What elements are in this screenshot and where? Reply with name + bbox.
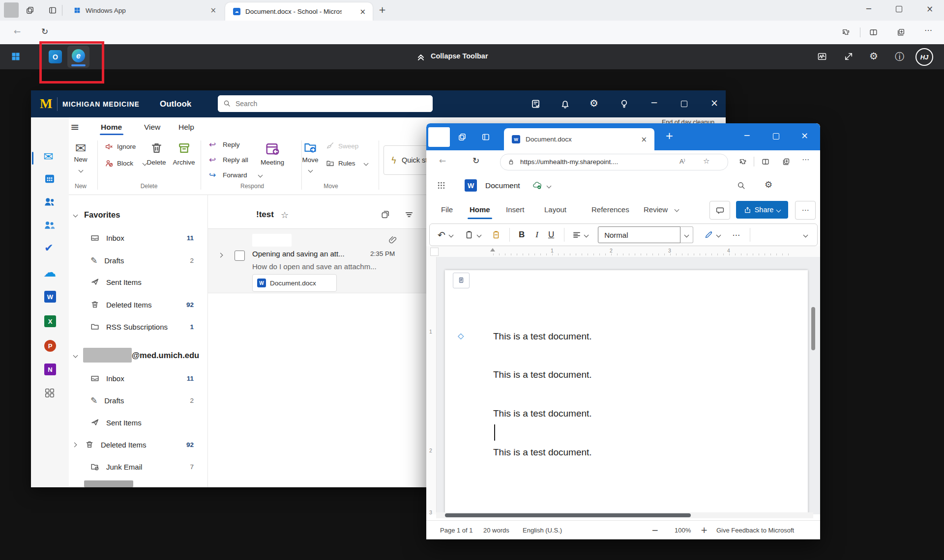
tab-home[interactable]: Home	[101, 123, 122, 132]
new-tab-icon[interactable]: +	[665, 130, 674, 141]
attachment-chip[interactable]: W Document.docx	[252, 274, 337, 292]
zoom-out-icon[interactable]: −	[651, 525, 658, 535]
browser-menu-icon[interactable]: ⋯	[924, 26, 932, 35]
document-page[interactable]: ◇ This is a test document. This is a tes…	[445, 270, 808, 516]
minimize-icon[interactable]: −	[865, 4, 872, 13]
split-screen-icon[interactable]	[869, 28, 878, 36]
folder-item-drafts[interactable]: ✎ Drafts 2	[69, 390, 207, 411]
calendar-app-icon[interactable]	[44, 173, 56, 185]
refresh-icon[interactable]: ↻	[41, 27, 48, 36]
share-button[interactable]: Share	[736, 201, 788, 219]
style-dropdown[interactable]: Normal	[598, 226, 680, 243]
horizontal-scrollbar-thumb[interactable]	[445, 513, 691, 517]
people-app-icon[interactable]	[44, 196, 56, 208]
maximize-icon[interactable]	[773, 133, 779, 140]
minimize-icon[interactable]: −	[743, 130, 750, 140]
new-mail-button[interactable]: ✉ New	[65, 140, 96, 174]
start-menu-icon[interactable]	[11, 52, 21, 61]
indent-marker[interactable]	[490, 248, 495, 252]
app-launcher-waffle-icon[interactable]	[437, 181, 445, 190]
collections-icon[interactable]	[897, 28, 905, 36]
new-tab-icon[interactable]: +	[379, 4, 386, 15]
more-apps-grid-icon[interactable]	[44, 388, 55, 398]
zoom-in-icon[interactable]: +	[701, 525, 708, 535]
folder-item-drafts[interactable]: ✎ Drafts 2	[69, 250, 207, 271]
block-button[interactable]: Block	[117, 160, 133, 167]
editing-pen-icon[interactable]	[704, 230, 713, 239]
folder-item-sent[interactable]: Sent Items	[69, 271, 207, 293]
outlook-search-box[interactable]	[218, 95, 433, 112]
powerpoint-app-icon[interactable]: P	[44, 340, 56, 352]
avatar[interactable]: HJ	[915, 48, 933, 66]
notifications-bell-icon[interactable]	[560, 99, 570, 109]
minimize-icon[interactable]: −	[650, 97, 658, 108]
document-title[interactable]: Document	[485, 181, 520, 190]
excel-app-icon[interactable]: X	[44, 315, 56, 327]
maximize-icon[interactable]	[896, 6, 902, 12]
settings-gear-icon[interactable]: ⚙	[869, 50, 878, 62]
collections-icon[interactable]	[782, 158, 790, 166]
tab-selector[interactable]	[430, 248, 439, 256]
tab-actions-icon[interactable]	[481, 133, 490, 141]
expand-thread-icon[interactable]	[218, 253, 223, 258]
favorite-star-icon[interactable]: ☆	[281, 210, 289, 220]
read-aloud-icon[interactable]: A)	[679, 158, 685, 165]
screen-monitor-icon[interactable]	[817, 52, 827, 61]
maximize-icon[interactable]	[681, 101, 687, 107]
horizontal-scrollbar-track[interactable]	[436, 512, 813, 518]
tab-layout[interactable]: Layout	[544, 205, 566, 214]
todo-app-icon[interactable]: ✔	[44, 242, 53, 254]
page-count[interactable]: Page 1 of 1	[440, 527, 473, 534]
collapse-ribbon-chevron-icon[interactable]	[803, 232, 808, 237]
folder-item-deleted[interactable]: Deleted Items 92	[69, 294, 207, 315]
close-window-icon[interactable]: ×	[926, 4, 933, 14]
hamburger-icon[interactable]: ≡	[70, 121, 79, 133]
folder-item-deleted[interactable]: Deleted Items 92	[69, 434, 207, 455]
style-dropdown-chevron[interactable]	[680, 226, 693, 243]
tab-actions-icon[interactable]	[48, 6, 57, 15]
ribbon-overflow-icon[interactable]: ⋯	[795, 201, 816, 220]
italic-button[interactable]: I	[535, 230, 538, 240]
tab-windows-app[interactable]: Windows App ×	[65, 0, 223, 21]
page-header-icon[interactable]	[453, 273, 470, 288]
tab-insert[interactable]: Insert	[506, 205, 525, 214]
folder-item-inbox[interactable]: Inbox 11	[69, 367, 207, 389]
align-icon[interactable]	[572, 230, 581, 239]
underline-button[interactable]: U	[548, 230, 554, 240]
settings-gear-icon[interactable]: ⚙	[765, 179, 772, 190]
forward-button[interactable]: Forward	[223, 171, 247, 179]
multi-select-icon[interactable]	[381, 210, 390, 219]
ignore-button[interactable]: Ignore	[117, 143, 136, 150]
word-app-icon[interactable]: W	[44, 291, 56, 303]
delete-button[interactable]: Delete	[142, 141, 171, 166]
tab-help[interactable]: Help	[178, 123, 194, 132]
folder-item-sent[interactable]: Sent Items	[69, 412, 207, 433]
expand-chevron-icon[interactable]	[72, 442, 77, 447]
folder-item-junk[interactable]: Junk Email 7	[69, 456, 207, 477]
favorite-star-icon[interactable]: ☆	[703, 157, 709, 166]
account-header[interactable]: @med.umich.edu	[69, 344, 207, 366]
close-icon[interactable]: ×	[359, 7, 366, 16]
bold-button[interactable]: B	[519, 230, 525, 240]
tab-review[interactable]: Review	[644, 205, 668, 214]
tips-lightbulb-icon[interactable]	[619, 99, 629, 109]
close-icon[interactable]: ×	[210, 6, 216, 15]
comments-button[interactable]	[709, 201, 730, 220]
onenote-app-icon[interactable]: N	[44, 364, 56, 375]
folder-item-rss[interactable]: RSS Subscriptions 1	[69, 316, 207, 337]
outlook-search-input[interactable]	[218, 95, 433, 112]
format-painter-icon[interactable]	[492, 230, 501, 239]
workspaces-icon[interactable]	[26, 6, 34, 15]
tab-document-docx[interactable]: ☁ Document.docx - School - Micros ×	[225, 2, 373, 21]
meeting-button[interactable]: Meeting	[256, 141, 289, 166]
tab-file[interactable]: File	[441, 205, 453, 214]
browser-menu-icon[interactable]: ⋯	[802, 155, 809, 164]
saved-cloud-check-icon[interactable]	[532, 181, 542, 190]
collapse-toolbar-icon[interactable]	[416, 52, 426, 61]
zoom-level[interactable]: 100%	[675, 527, 691, 534]
tab-view[interactable]: View	[144, 123, 160, 132]
fullscreen-icon[interactable]	[844, 52, 854, 61]
more-tabs-chevron-icon[interactable]	[675, 207, 679, 212]
collapse-toolbar-label[interactable]: Collapse Toolbar	[431, 52, 488, 60]
reply-button[interactable]: Reply	[223, 141, 240, 148]
